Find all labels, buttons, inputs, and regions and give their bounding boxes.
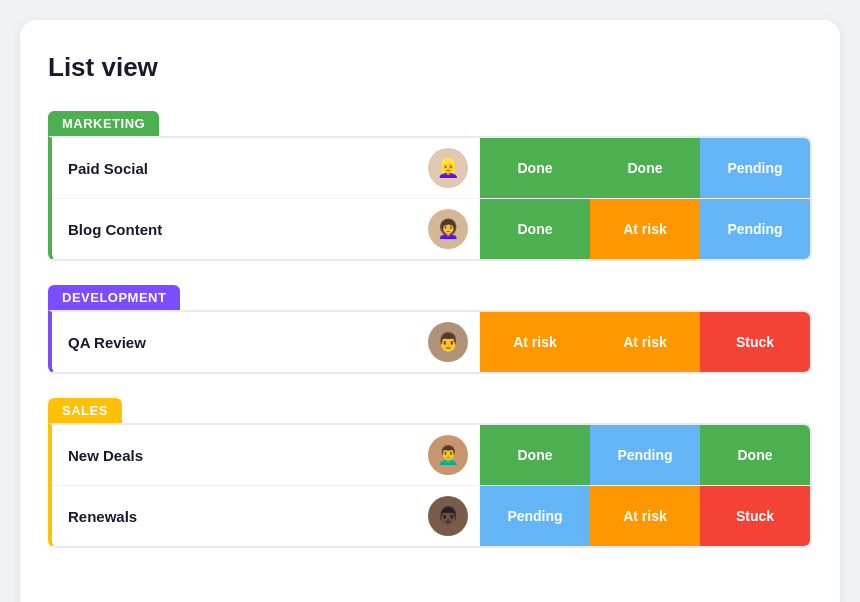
avatar: 👨🏿 [428,496,468,536]
status-badge: At risk [590,199,700,259]
group-development: DEVELOPMENTQA Review👨At riskAt riskStuck [48,285,812,374]
status-badge: Done [480,138,590,198]
status-badge: At risk [590,312,700,372]
group-body-sales: New Deals👨‍🦱DonePendingDoneRenewals👨🏿Pen… [48,423,812,548]
avatar: 👨 [428,322,468,362]
status-badge: Done [480,199,590,259]
table-row: Blog Content👩‍🦱DoneAt riskPending [52,199,810,259]
group-header-development: DEVELOPMENT [48,285,180,310]
status-badge: At risk [480,312,590,372]
group-header-marketing: MARKETING [48,111,159,136]
status-badge: Stuck [700,312,810,372]
status-badge: Pending [590,425,700,485]
group-header-sales: SALES [48,398,122,423]
main-card: List view MARKETINGPaid Social👱‍♀️DoneDo… [20,20,840,602]
status-cells: PendingAt riskStuck [480,486,810,546]
table-row: QA Review👨At riskAt riskStuck [52,312,810,372]
row-name: QA Review [52,322,428,363]
status-cells: DoneDonePending [480,138,810,198]
page-title: List view [48,52,812,83]
status-cells: DoneAt riskPending [480,199,810,259]
status-badge: Pending [480,486,590,546]
avatar: 👱‍♀️ [428,148,468,188]
group-body-marketing: Paid Social👱‍♀️DoneDonePendingBlog Conte… [48,136,812,261]
group-marketing: MARKETINGPaid Social👱‍♀️DoneDonePendingB… [48,111,812,261]
row-name: Renewals [52,496,428,537]
avatar: 👨‍🦱 [428,435,468,475]
group-sales: SALESNew Deals👨‍🦱DonePendingDoneRenewals… [48,398,812,548]
status-badge: At risk [590,486,700,546]
status-cells: DonePendingDone [480,425,810,485]
row-name: Paid Social [52,148,428,189]
status-badge: Done [480,425,590,485]
table-row: New Deals👨‍🦱DonePendingDone [52,425,810,486]
status-cells: At riskAt riskStuck [480,312,810,372]
status-badge: Stuck [700,486,810,546]
table-row: Renewals👨🏿PendingAt riskStuck [52,486,810,546]
status-badge: Pending [700,138,810,198]
status-badge: Done [590,138,700,198]
table-row: Paid Social👱‍♀️DoneDonePending [52,138,810,199]
status-badge: Pending [700,199,810,259]
row-name: New Deals [52,435,428,476]
avatar: 👩‍🦱 [428,209,468,249]
row-name: Blog Content [52,209,428,250]
status-badge: Done [700,425,810,485]
group-body-development: QA Review👨At riskAt riskStuck [48,310,812,374]
